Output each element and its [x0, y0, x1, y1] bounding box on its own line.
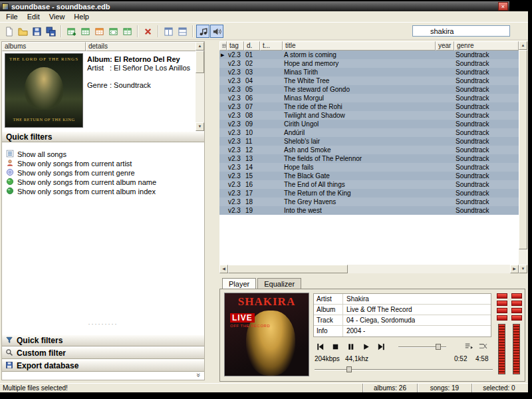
menu-item-help[interactable]: Help	[69, 11, 94, 22]
scroll-right-icon[interactable]: ▶	[510, 265, 519, 273]
volume-thumb[interactable]	[436, 344, 441, 350]
section-bar-quick-filters[interactable]: Quick filters	[2, 334, 204, 346]
table-row[interactable]: v2.302Hope and memorySoundtrack	[219, 59, 519, 68]
search-input[interactable]	[412, 25, 510, 37]
save-icon[interactable]	[30, 25, 43, 38]
quick-filter-item[interactable]: Show only songs from current album name	[2, 178, 204, 187]
table-row[interactable]: v2.317The Return of the KingSoundtrack	[219, 189, 519, 198]
pause-button[interactable]	[344, 341, 357, 352]
collapse-chevron-icon[interactable]: »	[196, 373, 202, 377]
next-button[interactable]	[374, 341, 388, 352]
stop-button[interactable]	[329, 341, 342, 352]
cell-track: 06	[244, 94, 260, 102]
column-header-title[interactable]: title	[283, 41, 436, 51]
cell-title: Minas Tirith	[283, 68, 436, 76]
section-bar-export-database[interactable]: Export database	[2, 360, 204, 372]
table-row[interactable]: v2.311Shelob's lairSoundtrack	[219, 137, 519, 146]
cell-genre: Soundtrack	[454, 59, 519, 68]
show-details-icon[interactable]	[196, 25, 209, 38]
crossfade-icon[interactable]	[478, 341, 488, 352]
quick-filter-item[interactable]: Show only songs from current album index	[2, 187, 204, 196]
cell-track: 05	[244, 85, 260, 94]
quick-filter-item[interactable]: Show only songs from current genre	[2, 168, 204, 178]
close-button[interactable]: ×	[498, 2, 508, 11]
menu-item-view[interactable]: View	[45, 11, 70, 22]
volume-slider[interactable]	[398, 343, 446, 350]
hscroll-thumb[interactable]	[228, 265, 348, 273]
tag-column-icon[interactable]	[219, 41, 227, 51]
table-row[interactable]: v2.306Minas MorgulSoundtrack	[219, 94, 519, 102]
export-html-icon[interactable]	[92, 25, 106, 38]
table-row[interactable]: v2.312Ash and SmokeSoundtrack	[219, 146, 519, 154]
table-row[interactable]: v2.305The steward of GondoSoundtrack	[219, 85, 519, 94]
quick-filter-item[interactable]: Show only songs from current artist	[2, 159, 204, 168]
table-row[interactable]: v2.315The Black GateSoundtrack	[219, 172, 519, 180]
table-row[interactable]: ▶v2.301A storm is comingSoundtrack	[219, 51, 519, 59]
resize-handle[interactable]: ·········	[2, 321, 204, 327]
tab-player[interactable]: Player	[222, 278, 256, 289]
vscroll-thumb[interactable]	[519, 50, 527, 249]
current-row-marker-icon	[219, 120, 227, 128]
table-row[interactable]: v2.314Hope failsSoundtrack	[219, 163, 519, 172]
column-header-tag[interactable]: tag	[227, 41, 244, 51]
open-folder-icon[interactable]	[16, 25, 29, 38]
table-row[interactable]: v2.310AndúrilSoundtrack	[219, 128, 519, 137]
column-header-year[interactable]: year	[436, 41, 454, 51]
view-columns-icon[interactable]	[162, 25, 175, 38]
export-excel-icon[interactable]	[78, 25, 92, 38]
table-row[interactable]: v2.318The Grey HavensSoundtrack	[219, 198, 519, 206]
view-split-icon[interactable]	[176, 25, 189, 38]
column-header-genre[interactable]: genre	[454, 41, 519, 51]
details-scrollbar[interactable]: ▲ ▼	[196, 42, 204, 131]
table-row[interactable]: v2.308Twilight and ShadowSoundtrack	[219, 111, 519, 120]
export-xml-icon[interactable]	[106, 25, 120, 38]
table-horizontal-scrollbar[interactable]: ◀ ▶	[219, 265, 519, 273]
column-header-d[interactable]: d.	[244, 41, 260, 51]
meter-block	[497, 308, 507, 313]
scroll-up-icon[interactable]: ▲	[519, 41, 527, 50]
scroll-up-icon[interactable]: ▲	[196, 42, 204, 51]
scroll-down-icon[interactable]: ▼	[519, 265, 527, 273]
cell-genre: Soundtrack	[454, 51, 519, 59]
cell-t	[260, 94, 283, 102]
title-bar[interactable]: soundbase - soundbase.edb ×	[0, 1, 509, 11]
table-row[interactable]: v2.304The White TreeSoundtrack	[219, 76, 519, 85]
table-row[interactable]: v2.319Into the westSoundtrack	[219, 206, 519, 215]
delete-icon[interactable]	[141, 25, 154, 38]
table-row[interactable]: v2.307The ride of the RohiSoundtrack	[219, 102, 519, 111]
toolbar-icons	[2, 25, 224, 38]
scroll-left-icon[interactable]: ◀	[219, 265, 228, 273]
playlist-icon[interactable]	[464, 341, 473, 352]
cell-year	[436, 120, 454, 128]
table-row[interactable]: v2.309Cirith UngolSoundtrack	[219, 120, 519, 128]
menu-item-file[interactable]: File	[1, 11, 23, 22]
save-all-icon[interactable]	[44, 25, 57, 38]
progress-slider[interactable]	[315, 365, 493, 373]
details-label: Artist	[87, 64, 110, 72]
table-row[interactable]: v2.313The fields of The PelennorSoundtra…	[219, 154, 519, 163]
cell-t	[260, 111, 283, 120]
tab-equalizer[interactable]: Equalizer	[257, 278, 301, 289]
section-bar-custom-filter[interactable]: Custom filter	[2, 347, 204, 359]
column-header-t[interactable]: t...	[260, 41, 283, 51]
show-player-icon[interactable]	[210, 25, 223, 38]
details-column-header[interactable]: details	[86, 42, 196, 51]
play-button[interactable]	[359, 341, 372, 352]
panel-splitter[interactable]	[206, 41, 218, 380]
menu-item-edit[interactable]: Edit	[23, 11, 45, 22]
table-row[interactable]: v2.303Minas TirithSoundtrack	[219, 68, 519, 76]
meter-block	[511, 293, 522, 299]
new-file-icon[interactable]	[2, 25, 15, 38]
albums-column-header[interactable]: albums	[2, 42, 86, 51]
scroll-down-icon[interactable]: ▼	[196, 122, 204, 131]
previous-button[interactable]	[313, 341, 327, 352]
scrollbar-thumb[interactable]	[196, 51, 204, 73]
current-row-marker-icon	[219, 76, 227, 85]
export-csv-icon[interactable]	[120, 25, 134, 38]
cell-title: The Grey Havens	[283, 198, 436, 206]
progress-thumb[interactable]	[346, 366, 352, 372]
table-vertical-scrollbar[interactable]: ▲ ▼	[519, 41, 527, 273]
table-row[interactable]: v2.316The End of All thingsSoundtrack	[219, 180, 519, 189]
quick-filter-item[interactable]: Show all songs	[2, 150, 204, 159]
add-files-icon[interactable]	[65, 25, 78, 38]
